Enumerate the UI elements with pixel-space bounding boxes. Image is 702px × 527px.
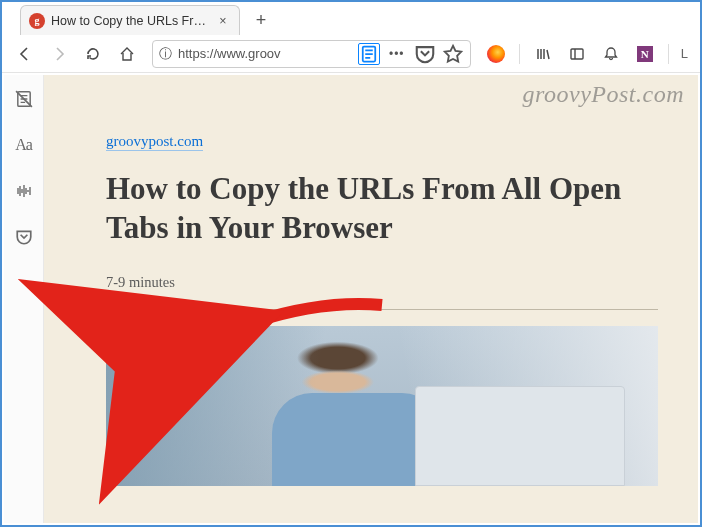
article-title: How to Copy the URLs From All Open Tabs …: [106, 170, 658, 248]
home-button[interactable]: [112, 39, 142, 69]
new-tab-button[interactable]: +: [246, 5, 276, 35]
onenote-icon[interactable]: N: [630, 39, 660, 69]
bookmark-star-icon[interactable]: [442, 43, 464, 65]
type-controls-button[interactable]: Aa: [10, 131, 38, 159]
site-info-icon[interactable]: ⓘ: [159, 45, 172, 63]
url-text: https://www.groov: [178, 46, 352, 61]
reader-view-icon[interactable]: [358, 43, 380, 65]
page-actions-icon[interactable]: •••: [386, 43, 408, 65]
library-icon[interactable]: [528, 39, 558, 69]
watermark-text: groovyPost.com: [523, 81, 684, 108]
pocket-icon[interactable]: [414, 43, 436, 65]
back-button[interactable]: [10, 39, 40, 69]
tab-title: How to Copy the URLs From All Open Tabs …: [51, 14, 209, 28]
svg-rect-1: [571, 49, 583, 59]
account-icon[interactable]: L: [677, 46, 692, 61]
viewport: Aa groovyPost.com groovypost.com How to …: [4, 75, 698, 523]
narrate-icon[interactable]: [10, 177, 38, 205]
reload-button[interactable]: [78, 39, 108, 69]
nav-toolbar: ⓘ https://www.groov ••• N L: [2, 35, 700, 73]
sidebar-icon[interactable]: [562, 39, 592, 69]
browser-tab[interactable]: g How to Copy the URLs From All Open Tab…: [20, 5, 240, 35]
article-domain-link[interactable]: groovypost.com: [106, 133, 203, 151]
reader-content: groovyPost.com groovypost.com How to Cop…: [44, 75, 698, 523]
separator: [668, 44, 669, 64]
save-pocket-icon[interactable]: [10, 223, 38, 251]
close-reader-icon[interactable]: [10, 85, 38, 113]
article-hero-image: [106, 326, 658, 486]
divider: [106, 309, 658, 310]
reading-time: 7-9 minutes: [106, 274, 658, 291]
reader-sidebar: Aa: [4, 75, 44, 523]
forward-button: [44, 39, 74, 69]
firefox-logo-icon[interactable]: [481, 39, 511, 69]
tab-strip: g How to Copy the URLs From All Open Tab…: [2, 2, 700, 35]
favicon-icon: g: [29, 13, 45, 29]
close-tab-icon[interactable]: ×: [215, 13, 231, 29]
separator: [519, 44, 520, 64]
notifications-icon[interactable]: [596, 39, 626, 69]
url-bar[interactable]: ⓘ https://www.groov •••: [152, 40, 471, 68]
